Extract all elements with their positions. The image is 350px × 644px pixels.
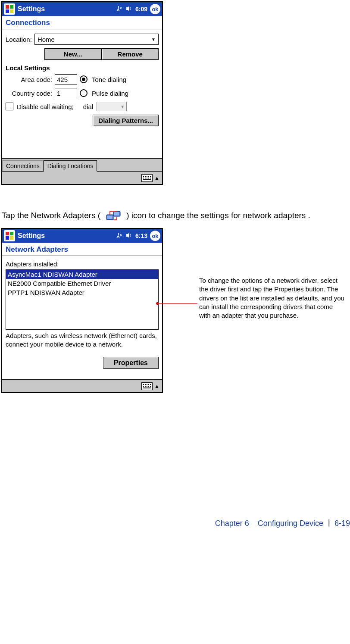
- svg-rect-30: [147, 384, 147, 385]
- svg-rect-19: [107, 216, 112, 219]
- clock-time: 6:09: [135, 6, 147, 13]
- callout-text: To change the options of a network drive…: [199, 276, 346, 320]
- disable-call-waiting-checkbox[interactable]: [6, 103, 13, 110]
- svg-rect-2: [6, 9, 9, 13]
- svg-rect-34: [145, 386, 146, 387]
- svg-rect-32: [150, 384, 151, 385]
- new-button[interactable]: New...: [44, 48, 102, 60]
- page-footer: Chapter 6 Configuring Device ┃ 6-19: [215, 519, 350, 528]
- location-value: Home: [38, 36, 55, 43]
- signal-icon: x: [116, 232, 123, 240]
- svg-rect-21: [114, 212, 119, 216]
- svg-rect-10: [148, 176, 149, 177]
- start-icon[interactable]: [4, 3, 15, 15]
- svg-rect-1: [10, 5, 13, 9]
- location-select[interactable]: Home ▼: [34, 34, 159, 45]
- area-code-input[interactable]: 425: [55, 74, 77, 84]
- svg-rect-12: [143, 178, 144, 178]
- svg-rect-31: [148, 384, 149, 385]
- disable-call-waiting-label: Disable call waiting;: [17, 103, 74, 110]
- country-code-label: Country code:: [6, 90, 52, 97]
- chevron-down-icon: ▼: [120, 104, 125, 109]
- tab-connections[interactable]: Connections: [2, 160, 44, 171]
- list-item[interactable]: PPTP1 NDISWAN Adapter: [6, 288, 158, 297]
- svg-rect-7: [143, 176, 144, 177]
- keyboard-icon[interactable]: [141, 174, 153, 182]
- screenshot-network-adapters: Settings x 6:13 ok Network Adapters Adap…: [1, 228, 163, 393]
- sip-bar: ▲: [2, 379, 162, 392]
- svg-rect-35: [147, 386, 147, 387]
- keyboard-icon[interactable]: [141, 382, 153, 390]
- window-title: Settings: [18, 232, 116, 240]
- svg-text:x: x: [120, 233, 122, 237]
- svg-rect-9: [147, 176, 147, 177]
- svg-marker-27: [126, 233, 129, 238]
- tab-dialing-locations[interactable]: Dialing Locations: [44, 160, 97, 172]
- properties-button[interactable]: Properties: [103, 357, 159, 369]
- dialing-patterns-button[interactable]: Dialing Patterns...: [93, 115, 159, 126]
- screenshot-connections: Settings x 6:09 ok Connections Location:…: [1, 1, 163, 185]
- svg-rect-11: [150, 176, 151, 177]
- svg-rect-15: [148, 178, 149, 178]
- svg-rect-14: [147, 178, 147, 178]
- svg-rect-38: [143, 388, 151, 388]
- callout-line: [159, 303, 197, 304]
- svg-rect-0: [6, 5, 9, 9]
- ok-button[interactable]: ok: [150, 4, 160, 14]
- adapters-listbox[interactable]: AsyncMac1 NDISWAN Adapter NE2000 Compati…: [6, 269, 159, 330]
- svg-rect-23: [10, 232, 13, 235]
- dial-select[interactable]: ▼: [97, 102, 127, 111]
- ok-button[interactable]: ok: [150, 231, 160, 241]
- chevron-down-icon: ▼: [151, 37, 156, 42]
- svg-rect-33: [143, 386, 144, 387]
- signal-icon: x: [116, 6, 123, 13]
- svg-rect-25: [10, 236, 13, 240]
- page-subtitle: Network Adapters: [2, 243, 162, 256]
- svg-rect-37: [150, 386, 151, 387]
- sip-up-icon[interactable]: ▲: [154, 175, 159, 181]
- help-text: Adapters, such as wireless network (Ethe…: [2, 331, 162, 357]
- instruction-text: Tap the Network Adapters ( ) icon to cha…: [2, 209, 348, 222]
- svg-rect-36: [148, 386, 149, 387]
- volume-icon: [126, 6, 133, 13]
- remove-button[interactable]: Remove: [102, 48, 159, 60]
- volume-icon: [126, 232, 133, 240]
- svg-rect-13: [145, 178, 146, 178]
- start-icon[interactable]: [4, 230, 15, 241]
- location-label: Location:: [6, 36, 32, 43]
- svg-rect-17: [143, 179, 151, 180]
- pulse-dialing-radio[interactable]: [80, 89, 88, 97]
- tab-bar: Connections Dialing Locations: [2, 158, 162, 171]
- svg-marker-5: [126, 6, 129, 11]
- sip-up-icon[interactable]: ▲: [154, 383, 159, 389]
- svg-rect-8: [145, 176, 146, 177]
- area-code-label: Area code:: [6, 76, 52, 83]
- svg-rect-16: [150, 178, 151, 178]
- svg-rect-3: [10, 9, 13, 13]
- page-subtitle: Connections: [2, 16, 162, 29]
- separator-icon: ┃: [327, 519, 331, 526]
- svg-text:x: x: [120, 6, 122, 10]
- svg-rect-29: [145, 384, 146, 385]
- clock-time: 6:13: [135, 232, 147, 239]
- sip-bar: ▲: [2, 171, 162, 184]
- dial-label: dial: [83, 103, 93, 110]
- tone-dialing-radio[interactable]: [80, 75, 88, 83]
- adapters-installed-label: Adapters installed:: [2, 256, 162, 268]
- svg-rect-24: [6, 236, 9, 240]
- list-item[interactable]: AsyncMac1 NDISWAN Adapter: [6, 270, 158, 279]
- titlebar: Settings x 6:13 ok: [2, 229, 162, 243]
- local-settings-header: Local Settings: [2, 62, 162, 72]
- list-item[interactable]: NE2000 Compatible Ethernet Driver: [6, 279, 158, 288]
- network-adapters-icon: [106, 209, 121, 222]
- country-code-input[interactable]: 1: [55, 88, 77, 98]
- svg-rect-28: [143, 384, 144, 385]
- svg-rect-22: [6, 232, 9, 235]
- window-title: Settings: [18, 5, 116, 13]
- titlebar: Settings x 6:09 ok: [2, 2, 162, 16]
- tone-dialing-label: Tone dialing: [92, 76, 126, 83]
- pulse-dialing-label: Pulse dialing: [92, 90, 128, 97]
